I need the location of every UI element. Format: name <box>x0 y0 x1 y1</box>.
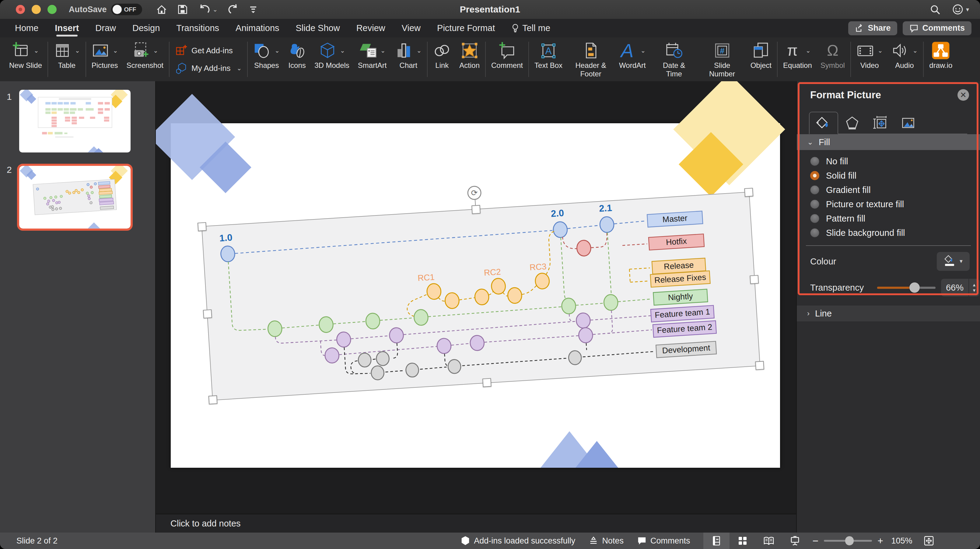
slide-canvas[interactable]: 1.0 2.0 2.1 <box>156 81 797 514</box>
line-section-header[interactable]: › Line <box>797 306 980 321</box>
radio-selected-icon[interactable] <box>810 171 819 180</box>
comment-button[interactable]: Comment <box>491 40 523 70</box>
notes-toggle[interactable]: Notes <box>589 536 624 546</box>
date-time-button[interactable]: Date & Time <box>654 40 694 78</box>
tab-home[interactable]: Home <box>7 19 46 37</box>
handle-middle-left[interactable] <box>203 309 212 318</box>
tab-view[interactable]: View <box>393 19 429 37</box>
save-icon[interactable] <box>177 4 188 15</box>
slide-number-button[interactable]: # Slide Number <box>702 40 742 78</box>
zoom-knob[interactable] <box>845 536 854 545</box>
option-no-fill[interactable]: No fill <box>810 156 980 167</box>
autosave-toggle[interactable]: OFF <box>111 4 142 15</box>
zoom-in-button[interactable]: + <box>877 535 883 547</box>
close-window-button[interactable] <box>16 5 25 14</box>
close-panel-button[interactable]: ✕ <box>958 89 969 101</box>
icons-button[interactable]: Icons <box>288 40 306 70</box>
zoom-slider[interactable] <box>824 536 872 545</box>
share-button[interactable]: Share <box>848 21 897 35</box>
smartart-button[interactable]: ⌄ SmartArt <box>358 40 387 70</box>
slider-knob[interactable] <box>909 282 920 293</box>
transparency-slider[interactable] <box>877 282 935 293</box>
tab-insert[interactable]: Insert <box>46 19 87 37</box>
video-button[interactable]: ⌄ Video <box>856 40 883 70</box>
pictures-button[interactable]: ⌄ Pictures <box>92 40 118 70</box>
tab-slide-show[interactable]: Slide Show <box>288 19 348 37</box>
radio-icon[interactable] <box>810 214 819 223</box>
tab-tell-me[interactable]: Tell me <box>503 19 558 37</box>
drawio-button[interactable]: draw.io <box>929 40 952 70</box>
fill-section-header[interactable]: ⌄ Fill <box>797 134 980 150</box>
option-gradient-fill[interactable]: Gradient fill <box>810 184 980 196</box>
reading-view-button[interactable] <box>756 533 782 549</box>
handle-top-right[interactable] <box>744 188 753 197</box>
option-slide-background-fill[interactable]: Slide background fill <box>810 227 980 239</box>
tab-animations[interactable]: Animations <box>228 19 287 37</box>
tab-draw[interactable]: Draw <box>87 19 124 37</box>
option-picture-texture-fill[interactable]: Picture or texture fill <box>810 199 980 210</box>
object-button[interactable]: Object <box>751 40 772 70</box>
action-button[interactable]: Action <box>459 40 480 70</box>
stepper-up-icon[interactable]: ▲ <box>972 282 976 287</box>
radio-icon[interactable] <box>810 185 819 194</box>
home-icon[interactable] <box>156 3 168 16</box>
option-solid-fill[interactable]: Solid fill <box>810 170 980 181</box>
tab-picture-format[interactable]: Picture Format <box>429 19 503 37</box>
tab-review[interactable]: Review <box>348 19 393 37</box>
screenshot-button[interactable]: ⌄ Screenshot <box>127 40 164 70</box>
fit-slide-button[interactable] <box>923 535 934 546</box>
header-footer-button[interactable]: Header & Footer <box>571 40 611 78</box>
handle-top-center[interactable] <box>471 205 480 214</box>
radio-icon[interactable] <box>810 228 819 237</box>
zoom-percentage[interactable]: 105% <box>888 536 915 546</box>
colour-swatch-button[interactable]: ▼ <box>937 252 970 271</box>
radio-icon[interactable] <box>810 157 819 166</box>
tab-fill-line[interactable] <box>809 112 838 134</box>
customize-toolbar-button[interactable] <box>248 3 258 16</box>
chart-button[interactable]: ⌄ Chart <box>395 40 422 70</box>
comments-button[interactable]: Comments <box>903 21 972 35</box>
option-pattern-fill[interactable]: Pattern fill <box>810 213 980 224</box>
transparency-stepper[interactable]: 66% ▲ ▼ <box>941 279 979 296</box>
tab-design[interactable]: Design <box>124 19 168 37</box>
gitflow-picture[interactable]: 1.0 2.0 2.1 <box>202 192 760 401</box>
shapes-button[interactable]: ⌄ Shapes <box>253 40 280 70</box>
autosave-control[interactable]: AutoSave OFF <box>69 4 142 15</box>
tab-size-properties[interactable] <box>866 112 894 134</box>
radio-icon[interactable] <box>810 200 819 209</box>
zoom-window-button[interactable] <box>48 5 57 14</box>
minimize-window-button[interactable] <box>32 5 41 14</box>
undo-button[interactable]: ⌄ <box>197 3 218 16</box>
tab-effects[interactable] <box>838 112 866 134</box>
stepper-down-icon[interactable]: ▼ <box>972 288 976 293</box>
new-slide-button[interactable]: ⌄ New Slide <box>9 40 42 70</box>
tab-picture[interactable] <box>894 112 922 134</box>
slide-show-button[interactable] <box>782 533 808 549</box>
get-addins-button[interactable]: Get Add-ins <box>175 45 242 57</box>
account-avatar[interactable]: ▾ <box>951 3 969 16</box>
link-button[interactable]: Link <box>433 40 451 70</box>
search-icon[interactable] <box>929 3 941 16</box>
zoom-out-button[interactable]: − <box>812 535 818 547</box>
handle-bottom-left[interactable] <box>208 395 218 404</box>
tab-transitions[interactable]: Transitions <box>168 19 228 37</box>
slide-1-thumbnail[interactable] <box>19 90 130 153</box>
notes-area[interactable]: Click to add notes <box>156 514 797 533</box>
handle-bottom-center[interactable] <box>482 378 492 387</box>
text-box-button[interactable]: A Text Box <box>535 40 562 70</box>
my-addins-button[interactable]: My Add-ins ⌄ <box>175 62 242 74</box>
normal-view-button[interactable] <box>703 533 730 549</box>
comments-toggle[interactable]: Comments <box>637 536 690 546</box>
slide-sorter-view-button[interactable] <box>730 533 756 549</box>
audio-button[interactable]: ⌄ Audio <box>891 40 918 70</box>
handle-top-left[interactable] <box>197 222 207 231</box>
redo-button[interactable] <box>227 3 239 16</box>
handle-bottom-right[interactable] <box>755 361 764 370</box>
equation-button[interactable]: π ⌄ Equation <box>783 40 812 70</box>
undo-chevron-icon[interactable]: ⌄ <box>213 6 218 13</box>
handle-middle-right[interactable] <box>749 275 759 284</box>
3d-models-button[interactable]: ⌄ 3D Models <box>314 40 349 70</box>
table-button[interactable]: ⌄ Table <box>54 40 80 70</box>
slide-2-thumbnail[interactable] <box>19 166 130 229</box>
wordart-button[interactable]: A ⌄ WordArt <box>619 40 646 70</box>
